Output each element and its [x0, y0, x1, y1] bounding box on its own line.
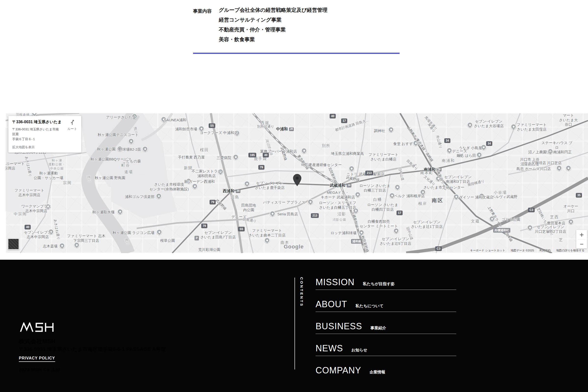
map-label: セブン-イレブン さいたま辻1丁目店: [411, 220, 443, 229]
company-address: 〒336-0031 埼玉県さいたま市南区鹿手袋6-6-1 PASSAGE A号室: [19, 346, 166, 352]
map-label: セブン-イレブン 南浦和3丁目店: [444, 175, 472, 184]
map-label: パティスリー アプラノス: [263, 200, 306, 205]
map-label: 文蔵: [471, 219, 480, 224]
nav-label-en: NEWS: [316, 341, 343, 356]
nav-item-news[interactable]: NEWSお知らせ: [316, 341, 456, 356]
map-embed[interactable]: 羽根倉橋アリーナさいたまSAUNEA浦和浦和卸売市場ヨークフーズ 中浦和店秋ヶ瀬…: [6, 113, 588, 253]
poi-pin-icon: [395, 184, 400, 190]
map-label: デニーズ: [452, 149, 467, 154]
route-label: ルート: [68, 127, 77, 130]
expand-map-link[interactable]: 拡大地図を表示: [12, 145, 34, 150]
poi-pin-icon: [117, 209, 123, 214]
business-divider: [193, 53, 400, 54]
map-label: ロッテ浦和球場: [330, 231, 356, 236]
zoom-out-button[interactable]: －: [576, 239, 587, 249]
map-label: 秋ヶ瀬公園 ラジコン広場: [113, 230, 154, 235]
nav-label-en: MISSION: [316, 275, 354, 290]
map-label: 食堂 おすず: [393, 142, 413, 146]
destination-marker-icon[interactable]: [293, 174, 302, 186]
route-shield: S5: [238, 227, 245, 232]
map-label: 南区: [432, 197, 444, 204]
jr-station-icon: JR: [347, 184, 351, 188]
map-label: セブン-イレブン さいたま大谷場店: [474, 119, 504, 128]
keyboard-shortcuts-link[interactable]: キーボード ショートカット: [470, 249, 506, 252]
nav-item-business[interactable]: BUSINESS事業紹介: [316, 319, 456, 334]
poi-pin-icon: [454, 194, 459, 200]
map-label: 埼玉県立浦和商業高: [331, 152, 364, 156]
info-card-address: 〒336-0031 埼玉県さいたま市南区鹿 手袋６丁目６-１: [12, 127, 61, 142]
terms-link[interactable]: 利用規約: [540, 249, 551, 252]
route-shield: 79: [201, 224, 207, 228]
map-label: さいたま市桜環境 センター(余熱体験施設): [149, 182, 189, 192]
map-label: 桜草公園: [160, 238, 175, 243]
poi-pin-icon: [388, 127, 394, 132]
poi-pin-icon: [447, 148, 452, 153]
route-shield: 40: [263, 153, 269, 158]
google-logo: Google: [284, 244, 304, 250]
poi-pin-icon: [192, 183, 198, 189]
map-label: MEGAドン・ キホーテ 武蔵浦和店: [321, 190, 355, 200]
poi-pin-icon: [156, 193, 162, 199]
map-label: ファミリーマート さいたま太田窪店: [517, 122, 546, 132]
map-label: ファミリーマート 宗岡店: [6, 162, 25, 171]
company-name: 株式会社MSH: [19, 338, 56, 345]
route-shield: C3: [435, 246, 442, 251]
report-error-link[interactable]: 地図の誤りを報告する: [556, 249, 584, 252]
route-shield: 79: [210, 200, 216, 204]
route-shield: 17: [396, 211, 402, 215]
map-label: 別所沼通り: [257, 124, 274, 129]
route-shield: 213: [365, 171, 373, 176]
business-item: 経営コンサルティング事業: [219, 17, 327, 22]
map-label: 沼影: [337, 212, 346, 216]
poi-pin-icon: [301, 148, 307, 153]
nav-item-about[interactable]: ABOUT私たちについて: [316, 297, 456, 312]
map-label: 浦和ゴルフ倶楽部: [125, 194, 154, 199]
poi-pin-icon: [308, 199, 313, 204]
map-label: 麺処 はら田: [456, 153, 476, 158]
map-label: ヨークフーズ 中浦和店: [200, 130, 238, 135]
map-label: 武蔵浦和JR: [330, 183, 351, 188]
poi-pin-icon: [233, 154, 239, 160]
map-attribution: キーボード ショートカット地図データ ©2025利用規約地図の誤りを報告する: [470, 249, 584, 252]
map-label: 小谷場: [494, 190, 507, 195]
map-label: 白幡: [373, 197, 382, 202]
map-data-label: 地図データ ©2025: [510, 249, 534, 252]
map-label: 浦和卸売市場: [175, 127, 197, 132]
route-shield: 165: [248, 153, 256, 158]
map-label: ローソン さいたま 白幡三丁目店: [360, 184, 390, 193]
jr-station-icon: JR: [289, 128, 294, 131]
msh-logo: [18, 322, 56, 332]
map-label: 荒川彩湖公園: [198, 248, 220, 252]
contents-label: CONTENTS: [300, 277, 304, 307]
map-label: SAUNEA浦和: [164, 118, 186, 122]
privacy-policy-link[interactable]: PRIVACY POLICY: [19, 356, 55, 362]
satellite-view-thumbnail[interactable]: [8, 238, 19, 250]
nav-label-en: ABOUT: [316, 297, 347, 312]
map-label: ローソン・スリーエフ さいたま白幡五丁目店: [319, 201, 356, 210]
map-label: ファミリーマート さいたま曲本二丁目店: [248, 228, 286, 238]
map-label: 秋ヶ瀬公園: [97, 147, 116, 152]
map-label: 調神社: [374, 128, 385, 133]
nav-item-mission[interactable]: MISSION私たちが目指す姿: [316, 275, 456, 290]
footer-vertical-divider: [294, 278, 295, 370]
copyright: 2023 MSH Co.,Ltd: [19, 367, 60, 372]
poi-pin-icon: [568, 219, 574, 224]
map-label: 島忠 ホームズ川口店: [516, 166, 551, 171]
nav-separator: [316, 312, 456, 312]
route-shield: 浦和南: [351, 239, 362, 244]
map-label: 桜田: [200, 148, 209, 152]
route-shield: 34: [486, 141, 492, 146]
route-shield: C3: [528, 208, 534, 212]
map-label: 田島団地 内公園: [241, 203, 256, 212]
map-label: 中浦和JR: [276, 127, 294, 132]
route-button[interactable]: ルート: [67, 119, 78, 131]
map-label: ゴリラ公園: [502, 217, 520, 222]
poi-pin-icon: [556, 165, 562, 171]
route-shield: P: [194, 236, 199, 240]
map-label: 別所: [322, 143, 330, 148]
nav-item-company[interactable]: COMPANY企業情報: [316, 363, 456, 378]
nav-separator: [316, 356, 456, 356]
footer-nav: MISSION私たちが目指す姿ABOUT私たちについてBUSINESS事業紹介N…: [316, 275, 456, 378]
info-card-title: 〒336-0031 埼玉県さいたま市...: [12, 120, 61, 125]
zoom-in-button[interactable]: ＋: [576, 230, 587, 239]
